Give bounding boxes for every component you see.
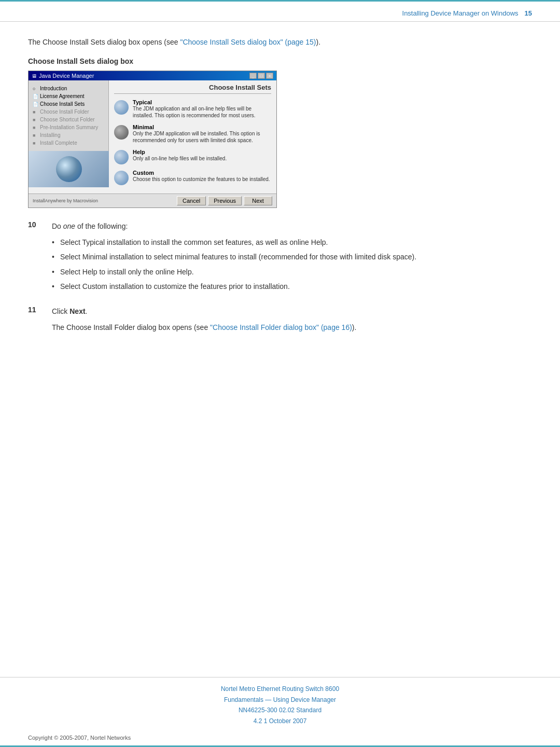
dialog-titlebar-left: 🖥 Java Device Manager <box>32 73 94 79</box>
option-help[interactable]: Help Only all on-line help files will be… <box>114 149 271 164</box>
option-title-help: Help <box>133 149 227 155</box>
dialog-controls: _ □ × <box>249 73 273 79</box>
choose-install-sets-dialog: 🖥 Java Device Manager _ □ × ○ Introducti… <box>28 71 277 208</box>
option-icon-typical <box>114 100 129 115</box>
sphere-graphic <box>56 156 82 182</box>
option-title-typical: Typical <box>133 99 271 105</box>
dialog-left-column: ○ Introduction 📄 License Agreement 📄 Cho… <box>29 80 109 193</box>
option-text-minimal: Minimal Only the JDM application will be… <box>133 124 271 144</box>
dialog-titlebar: 🖥 Java Device Manager _ □ × <box>29 71 276 80</box>
dialog-title-text: Java Device Manager <box>39 73 94 79</box>
step-11-link[interactable]: "Choose Install Folder dialog box" (page… <box>210 323 352 331</box>
step-10-block: 10 Do one of the following: Select Typic… <box>28 220 532 295</box>
cancel-button[interactable]: Cancel <box>177 196 206 205</box>
nav-item-introduction[interactable]: ○ Introduction <box>29 85 108 92</box>
dialog-panel-title: Choose Install Sets <box>114 84 271 94</box>
nav-label-introduction: Introduction <box>40 86 67 91</box>
option-desc-custom: Choose this option to customize the feat… <box>133 176 270 183</box>
nav-icon-license: 📄 <box>33 94 38 99</box>
nav-icon-introduction: ○ <box>33 86 38 91</box>
footer-line2: Fundamentals — Using Device Manager <box>224 696 336 703</box>
nav-icon-installing: ■ <box>33 133 38 138</box>
dialog-footer-buttons: Cancel Previous Next <box>177 196 272 205</box>
maximize-button[interactable]: □ <box>258 73 265 79</box>
option-custom[interactable]: Custom Choose this option to customize t… <box>114 170 271 185</box>
footer-line1: Nortel Metro Ethernet Routing Switch 860… <box>221 685 339 693</box>
option-desc-help: Only all on-line help files will be inst… <box>133 155 227 162</box>
option-icon-minimal <box>114 125 129 140</box>
nav-icon-choose-install-sets: 📄 <box>33 102 38 107</box>
option-typical[interactable]: Typical The JDM application and all on-l… <box>114 99 271 119</box>
nav-icon-choose-folder: ■ <box>33 109 38 115</box>
nav-label-shortcut-folder: Choose Shortcut Folder <box>40 117 95 122</box>
option-title-custom: Custom <box>133 170 270 176</box>
intro-text-before: The Choose Install Sets dialog box opens… <box>28 38 180 46</box>
step-10-intro: Do one of the following: <box>52 220 532 232</box>
nav-item-shortcut-folder: ■ Choose Shortcut Folder <box>29 116 108 123</box>
close-button[interactable]: × <box>266 73 273 79</box>
top-rule <box>0 0 560 2</box>
intro-paragraph: The Choose Install Sets dialog box opens… <box>28 36 532 48</box>
nav-item-pre-install: ■ Pre-Installation Summary <box>29 123 108 131</box>
next-button[interactable]: Next <box>244 196 272 205</box>
footer-copyright: Copyright © 2005-2007, Nortel Networks <box>28 735 131 741</box>
step-10-bullets: Select Typical installation to install t… <box>52 237 532 293</box>
nav-label-pre-install: Pre-Installation Summary <box>40 125 98 130</box>
nav-item-choose-install-sets[interactable]: 📄 Choose Install Sets <box>29 100 108 108</box>
main-content: The Choose Install Sets dialog box opens… <box>0 22 560 342</box>
nav-item-license[interactable]: 📄 License Agreement <box>29 92 108 100</box>
bullet-help: Select Help to install only the online H… <box>52 266 532 278</box>
footer-branding: InstallAnywhere by Macrovision <box>33 198 98 203</box>
nav-label-choose-folder: Choose Install Folder <box>40 109 89 115</box>
minimize-button[interactable]: _ <box>249 73 257 79</box>
footer-line4: 4.2 1 October 2007 <box>254 717 307 725</box>
nav-icon-install-complete: ■ <box>33 141 38 146</box>
nav-item-install-complete: ■ Install Complete <box>29 139 108 147</box>
step-11-desc-before: The Choose Install Folder dialog box ope… <box>52 323 210 331</box>
step-11-description: The Choose Install Folder dialog box ope… <box>52 322 532 333</box>
step-11-desc-after: ). <box>352 323 357 331</box>
bullet-minimal: Select Minimal installation to select mi… <box>52 251 532 262</box>
page-footer: Nortel Metro Ethernet Routing Switch 860… <box>0 677 560 726</box>
option-desc-typical: The JDM application and all on-line help… <box>133 105 271 119</box>
option-desc-minimal: Only the JDM application will be install… <box>133 130 271 144</box>
step-11-block: 11 Click Next. The Choose Install Folder… <box>28 306 532 342</box>
nav-label-install-complete: Install Complete <box>40 140 77 146</box>
step-10-content: Do one of the following: Select Typical … <box>52 220 532 295</box>
footer-line3: NN46225-300 02.02 Standard <box>239 707 321 714</box>
step-11-number: 11 <box>28 306 44 342</box>
step-11-text: Click Next. <box>52 306 532 317</box>
option-text-custom: Custom Choose this option to customize t… <box>133 170 270 183</box>
option-title-minimal: Minimal <box>133 124 271 130</box>
bullet-typical: Select Typical installation to install t… <box>52 237 532 248</box>
step-11-content: Click Next. The Choose Install Folder di… <box>52 306 532 342</box>
nav-label-license: License Agreement <box>40 93 85 99</box>
page-header: Installing Device Manager on Windows 15 <box>0 0 560 22</box>
bullet-custom: Select Custom installation to customize … <box>52 281 532 292</box>
nav-label-installing: Installing <box>40 132 60 138</box>
option-icon-custom <box>114 171 129 185</box>
header-page-number: 15 <box>525 9 532 17</box>
nav-item-choose-folder: ■ Choose Install Folder <box>29 108 108 116</box>
option-minimal[interactable]: Minimal Only the JDM application will be… <box>114 124 271 144</box>
dialog-body: ○ Introduction 📄 License Agreement 📄 Cho… <box>29 80 276 193</box>
nav-item-installing: ■ Installing <box>29 131 108 139</box>
dialog-footer: InstallAnywhere by Macrovision Cancel Pr… <box>29 193 276 208</box>
option-icon-help <box>114 150 129 164</box>
nav-label-choose-install-sets: Choose Install Sets <box>40 101 85 107</box>
sphere-decoration <box>29 151 109 187</box>
header-title: Installing Device Manager on Windows <box>402 9 519 17</box>
dialog-nav-panel: ○ Introduction 📄 License Agreement 📄 Cho… <box>29 80 109 151</box>
step-10-number: 10 <box>28 220 44 295</box>
section-heading: Choose Install Sets dialog box <box>28 57 532 65</box>
dialog-title-icon: 🖥 <box>32 73 37 79</box>
nav-icon-shortcut-folder: ■ <box>33 117 38 122</box>
option-text-typical: Typical The JDM application and all on-l… <box>133 99 271 119</box>
footer-main-text: Nortel Metro Ethernet Routing Switch 860… <box>221 684 339 726</box>
previous-button[interactable]: Previous <box>208 196 242 205</box>
intro-text-after: ). <box>316 38 321 46</box>
intro-link[interactable]: "Choose Install Sets dialog box" (page 1… <box>180 38 316 46</box>
nav-icon-pre-install: ■ <box>33 125 38 130</box>
option-text-help: Help Only all on-line help files will be… <box>133 149 227 162</box>
dialog-options-panel: Choose Install Sets Typical The JDM appl… <box>109 80 276 193</box>
